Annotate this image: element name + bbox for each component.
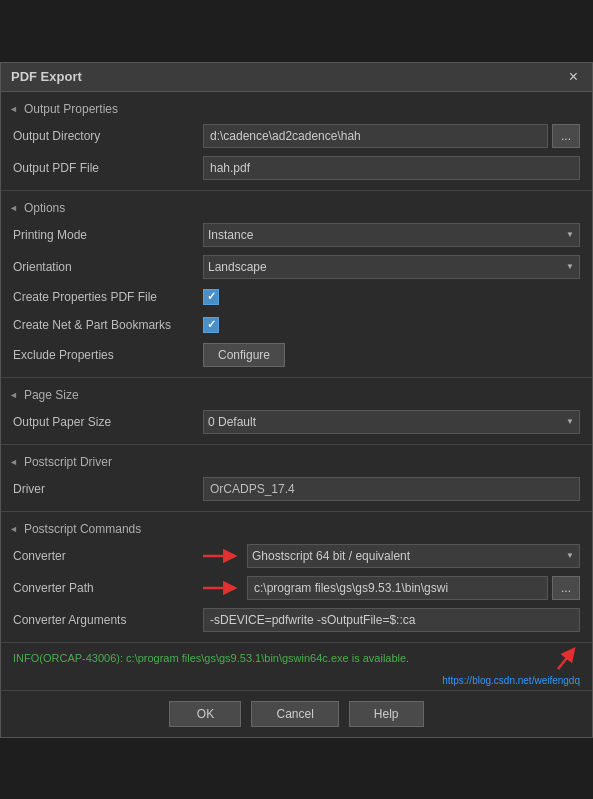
orientation-row: Orientation Landscape Portrait [1,251,592,283]
driver-input[interactable] [203,477,580,501]
create-props-checkbox[interactable] [203,289,219,305]
info-text: INFO(ORCAP-43006): c:\program files\gs\g… [13,648,409,668]
configure-button[interactable]: Configure [203,343,285,367]
converter-path-input[interactable] [247,576,548,600]
driver-row: Driver [1,473,592,505]
pdf-export-dialog: PDF Export × Output Properties Output Di… [0,62,593,738]
output-paper-control: 0 Default A4 Letter [203,410,580,434]
printing-mode-select-wrapper: Instance Net Part [203,223,580,247]
output-directory-row: Output Directory ... [1,120,592,152]
converter-args-control [203,608,580,632]
ok-button[interactable]: OK [169,701,241,727]
page-size-header[interactable]: Page Size [1,384,592,406]
create-net-row: Create Net & Part Bookmarks [1,311,592,339]
output-pdf-file-control [203,156,580,180]
postscript-commands-section: Postscript Commands Converter [1,512,592,643]
converter-path-control: ... [203,576,580,600]
page-size-section: Page Size Output Paper Size 0 Default A4… [1,378,592,445]
output-pdf-file-input[interactable] [203,156,580,180]
output-paper-label: Output Paper Size [13,415,203,429]
printing-mode-row: Printing Mode Instance Net Part [1,219,592,251]
orientation-select-wrapper: Landscape Portrait [203,255,580,279]
output-paper-select-wrapper: 0 Default A4 Letter [203,410,580,434]
converter-args-row: Converter Arguments [1,604,592,636]
cancel-button[interactable]: Cancel [251,701,338,727]
printing-mode-select[interactable]: Instance Net Part [203,223,580,247]
printing-mode-label: Printing Mode [13,228,203,242]
output-directory-label: Output Directory [13,129,203,143]
exclude-props-row: Exclude Properties Configure [1,339,592,371]
output-directory-input[interactable] [203,124,548,148]
create-net-checkbox[interactable] [203,317,219,333]
postscript-commands-header[interactable]: Postscript Commands [1,518,592,540]
output-paper-row: Output Paper Size 0 Default A4 Letter [1,406,592,438]
postscript-driver-section: Postscript Driver Driver [1,445,592,512]
output-directory-control: ... [203,124,580,148]
create-props-control [203,289,580,305]
create-props-label: Create Properties PDF File [13,290,203,304]
output-properties-section: Output Properties Output Directory ... O… [1,92,592,191]
converter-args-input[interactable] [203,608,580,632]
converter-label: Converter [13,549,203,563]
converter-args-label: Converter Arguments [13,613,203,627]
postscript-driver-header[interactable]: Postscript Driver [1,451,592,473]
help-button[interactable]: Help [349,701,424,727]
red-arrow-converter-icon [203,547,243,565]
exclude-props-control: Configure [203,343,580,367]
create-props-row: Create Properties PDF File [1,283,592,311]
create-net-label: Create Net & Part Bookmarks [13,318,203,332]
orientation-label: Orientation [13,260,203,274]
create-net-control [203,317,580,333]
title-bar: PDF Export × [1,63,592,92]
exclude-props-label: Exclude Properties [13,348,203,362]
output-pdf-file-row: Output PDF File [1,152,592,184]
output-properties-header[interactable]: Output Properties [1,98,592,120]
svg-line-2 [558,649,574,669]
options-header[interactable]: Options [1,197,592,219]
converter-row: Converter Ghostscript 64 bit / equ [1,540,592,572]
orientation-control: Landscape Portrait [203,255,580,279]
dialog-body: Output Properties Output Directory ... O… [1,92,592,737]
converter-path-label: Converter Path [13,581,203,595]
converter-path-row: Converter Path ... [1,572,592,604]
output-directory-browse-button[interactable]: ... [552,124,580,148]
converter-select[interactable]: Ghostscript 64 bit / equivalent Other [247,544,580,568]
driver-control [203,477,580,501]
options-section: Options Printing Mode Instance Net Part … [1,191,592,378]
footer: OK Cancel Help [1,690,592,737]
dialog-title: PDF Export [11,69,82,84]
red-arrow-info-icon [550,643,580,673]
converter-select-wrapper: Ghostscript 64 bit / equivalent Other [247,544,580,568]
orientation-select[interactable]: Landscape Portrait [203,255,580,279]
info-row: INFO(ORCAP-43006): c:\program files\gs\g… [1,643,592,673]
converter-path-browse-button[interactable]: ... [552,576,580,600]
printing-mode-control: Instance Net Part [203,223,580,247]
close-button[interactable]: × [565,69,582,85]
driver-label: Driver [13,482,203,496]
converter-control: Ghostscript 64 bit / equivalent Other [203,544,580,568]
url-text: https://blog.csdn.net/weifengdq [1,673,592,690]
output-paper-select[interactable]: 0 Default A4 Letter [203,410,580,434]
output-pdf-file-label: Output PDF File [13,161,203,175]
red-arrow-path-icon [203,579,243,597]
